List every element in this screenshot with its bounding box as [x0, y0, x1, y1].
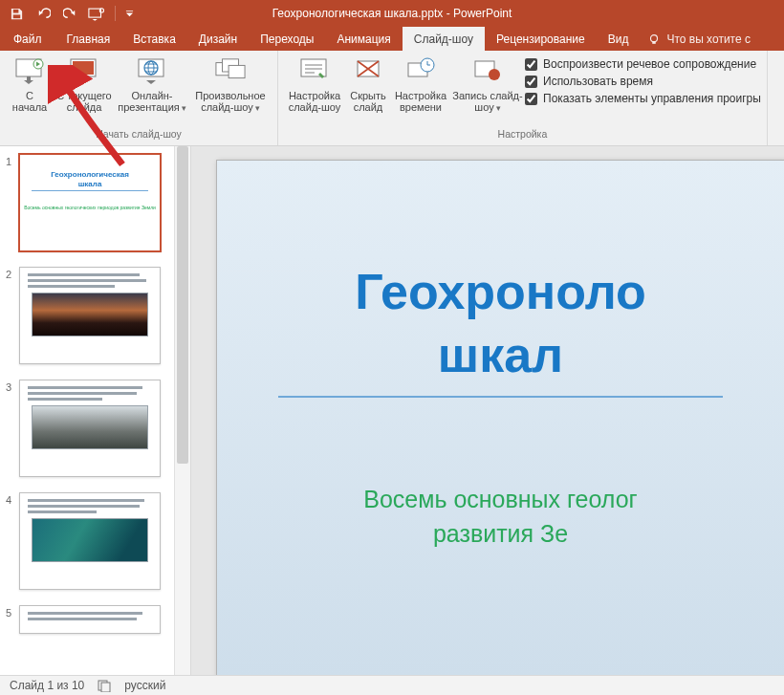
- present-online-button[interactable]: Онлайн- презентация▾: [115, 54, 189, 116]
- slide-number: 2: [6, 267, 19, 280]
- slide-number: 3: [6, 380, 19, 393]
- start-from-beginning-button[interactable]: [84, 3, 109, 24]
- undo-button[interactable]: [31, 3, 55, 24]
- slide-thumbnail-3[interactable]: [19, 380, 161, 477]
- tab-view[interactable]: Вид: [597, 27, 641, 51]
- show-media-controls-checkbox[interactable]: Показать элементы управления проигры: [525, 92, 761, 105]
- svg-point-23: [489, 69, 500, 80]
- svg-rect-11: [81, 76, 85, 80]
- custom-show-icon: [215, 57, 246, 86]
- slide-thumbnail-4[interactable]: [19, 492, 161, 590]
- hide-slide-icon: [354, 57, 382, 86]
- rehearse-label: Настройка времени: [395, 90, 446, 113]
- slide-canvas-area: Геохронолошкал Восемь основных геолограз…: [191, 146, 784, 675]
- slide-thumbnails-panel: 1 Геохронологическаяшкала Восемь основны…: [0, 146, 191, 675]
- play-narrations-checkbox[interactable]: Воспроизвести речевое сопровождение: [525, 57, 761, 71]
- workspace: 1 Геохронологическаяшкала Восемь основны…: [0, 146, 784, 675]
- group-start-slideshow: С начала С текущего слайда Онлайн- презе…: [0, 51, 278, 145]
- dropdown-arrow-icon: ▾: [182, 103, 186, 113]
- slide-number: 4: [6, 492, 19, 506]
- status-language[interactable]: русский: [124, 679, 165, 692]
- slide-main[interactable]: Геохронолошкал Восемь основных геолограз…: [216, 160, 784, 675]
- svg-point-3: [99, 8, 103, 11]
- setup-icon: [299, 57, 330, 86]
- slide-number: 5: [6, 605, 19, 619]
- tab-insert[interactable]: Вставка: [121, 27, 187, 51]
- notes-icon[interactable]: [98, 679, 111, 692]
- hide-label: Скрыть слайд: [350, 90, 386, 113]
- custom-slideshow-button[interactable]: Произвольное слайд-шоу▾: [189, 54, 272, 116]
- record-label: Запись слайд- шоу: [452, 90, 522, 113]
- slide-number: 1: [6, 154, 19, 167]
- thumbnail-row: 5: [6, 605, 168, 634]
- tell-me-label: Что вы хотите с: [666, 33, 751, 46]
- use-timings-checkbox[interactable]: Использовать время: [525, 75, 761, 88]
- clock-icon: [406, 57, 435, 86]
- svg-rect-0: [12, 9, 18, 12]
- title-bar: Геохронологическая шкала.pptx - PowerPoi…: [0, 0, 784, 27]
- svg-rect-10: [73, 61, 94, 75]
- svg-rect-1: [12, 14, 20, 18]
- thumbnail-row: 2: [6, 267, 168, 364]
- setup-slideshow-button[interactable]: Настройка слайд-шоу: [284, 54, 345, 115]
- scrollbar-thumb[interactable]: [177, 146, 188, 464]
- tab-transitions[interactable]: Переходы: [249, 27, 325, 51]
- thumbnail-row: 3: [6, 380, 168, 477]
- svg-rect-7: [27, 76, 31, 80]
- svg-rect-17: [229, 65, 245, 77]
- save-button[interactable]: [4, 3, 29, 24]
- checkbox-icon[interactable]: [525, 93, 537, 105]
- status-slide-count[interactable]: Слайд 1 из 10: [10, 679, 84, 692]
- group-setup: Настройка слайд-шоу Скрыть слайд Настрой…: [278, 51, 768, 145]
- rehearse-timings-button[interactable]: Настройка времени: [391, 54, 450, 115]
- from-beginning-label: С начала: [12, 90, 47, 113]
- hide-slide-button[interactable]: Скрыть слайд: [345, 54, 391, 115]
- qat-customize-button[interactable]: [121, 3, 137, 24]
- group-label-start: Начать слайд-шоу: [0, 128, 277, 145]
- ribbon: С начала С текущего слайда Онлайн- презе…: [0, 51, 784, 146]
- from-beginning-button[interactable]: С начала: [6, 54, 54, 115]
- slideshow-options: Воспроизвести речевое сопровождение Испо…: [525, 54, 761, 105]
- slide-subtitle: Восемь основных геологразвития Зе: [217, 482, 784, 551]
- group-label-setup: Настройка: [278, 128, 767, 145]
- tab-design[interactable]: Дизайн: [187, 27, 249, 51]
- slide-thumbnail-5[interactable]: [19, 605, 161, 634]
- presentation-current-icon: [69, 57, 99, 86]
- lightbulb-icon: [647, 33, 661, 46]
- svg-point-4: [651, 34, 658, 41]
- tab-file[interactable]: Файл: [0, 27, 55, 51]
- status-bar: Слайд 1 из 10 русский: [0, 675, 784, 695]
- record-slideshow-button[interactable]: Запись слайд- шоу▾: [450, 54, 525, 116]
- checkbox-icon[interactable]: [525, 76, 537, 88]
- globe-presentation-icon: [137, 57, 167, 86]
- dropdown-arrow-icon: ▾: [496, 103, 501, 113]
- svg-rect-18: [301, 59, 326, 76]
- svg-rect-25: [101, 683, 110, 692]
- from-current-button[interactable]: С текущего слайда: [54, 54, 115, 115]
- slide-title: Геохронолошкал: [217, 260, 784, 398]
- present-online-label: Онлайн- презентация: [118, 90, 180, 113]
- record-icon: [473, 57, 502, 86]
- quick-access-toolbar: [0, 3, 137, 24]
- thumbnails-scrollbar[interactable]: [174, 146, 190, 675]
- slide-thumbnail-1[interactable]: Геохронологическаяшкала Восемь основных …: [19, 154, 161, 251]
- thumbnail-row: 4: [6, 492, 168, 590]
- checkbox-icon[interactable]: [525, 58, 537, 71]
- tab-review[interactable]: Рецензирование: [485, 27, 597, 51]
- redo-button[interactable]: [57, 3, 82, 24]
- tell-me-search[interactable]: Что вы хотите с: [647, 27, 751, 51]
- slide-thumbnail-2[interactable]: [19, 267, 161, 364]
- tab-slideshow[interactable]: Слайд-шоу: [403, 27, 485, 51]
- svg-rect-5: [653, 41, 657, 43]
- ribbon-tabs: Файл Главная Вставка Дизайн Переходы Ани…: [0, 27, 784, 51]
- svg-rect-2: [89, 9, 101, 17]
- from-current-label: С текущего слайда: [56, 90, 111, 113]
- thumbnail-row: 1 Геохронологическаяшкала Восемь основны…: [6, 154, 168, 251]
- dropdown-arrow-icon: ▾: [255, 103, 260, 113]
- tab-animations[interactable]: Анимация: [325, 27, 402, 51]
- tab-home[interactable]: Главная: [55, 27, 122, 51]
- setup-label: Настройка слайд-шоу: [289, 90, 341, 113]
- qat-separator: [115, 6, 116, 21]
- presentation-play-icon: [14, 57, 45, 86]
